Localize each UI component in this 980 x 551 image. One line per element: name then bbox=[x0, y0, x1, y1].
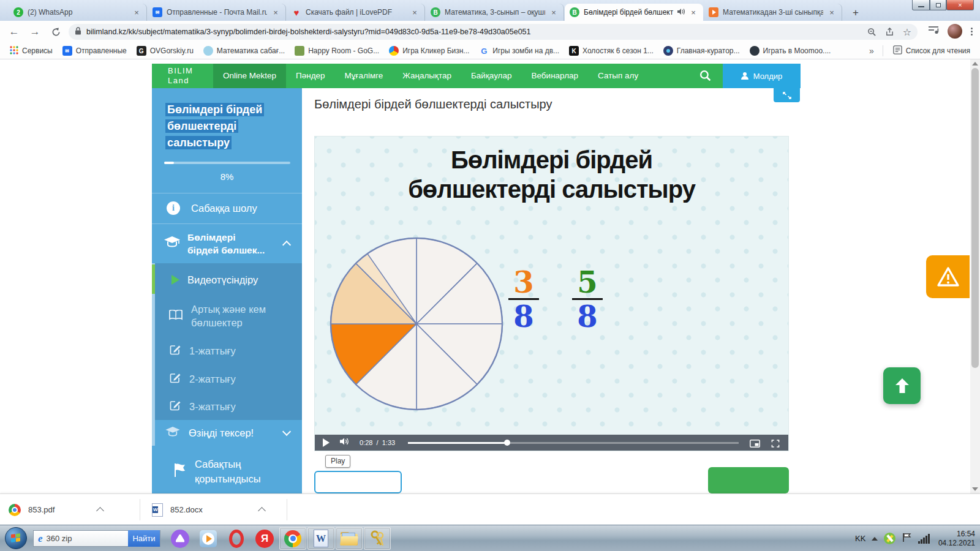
tab-whatsapp[interactable]: 2 (2) WhatsApp × bbox=[9, 4, 147, 21]
minimize-button[interactable] bbox=[912, 0, 930, 10]
scroll-to-top-button[interactable] bbox=[883, 367, 921, 404]
close-icon[interactable]: × bbox=[688, 7, 698, 17]
audio-speaker-icon[interactable] bbox=[677, 8, 685, 17]
download-item-docx[interactable]: W 852.docx bbox=[152, 500, 265, 519]
lock-icon[interactable] bbox=[75, 26, 81, 37]
start-button[interactable] bbox=[5, 527, 27, 549]
taskbar-yandex-icon[interactable]: Я bbox=[251, 527, 278, 550]
url-text[interactable]: bilimland.kz/kk/subject/matematika/3-syn… bbox=[86, 28, 859, 36]
close-icon[interactable]: × bbox=[132, 7, 141, 17]
seek-handle[interactable] bbox=[504, 440, 510, 446]
address-bar[interactable]: bilimland.kz/kk/subject/matematika/3-syn… bbox=[69, 24, 918, 40]
sidebar-item-video[interactable]: Видеотүсіндіру bbox=[152, 264, 302, 295]
taskbar-explorer-icon[interactable] bbox=[336, 527, 363, 550]
ovgorskiy-icon: G bbox=[137, 46, 146, 56]
tab-ilovepdf[interactable]: ♥ Скачать файл | iLovePDF × bbox=[287, 4, 425, 21]
scrollbar-thumb[interactable] bbox=[971, 68, 979, 368]
page-scrollbar[interactable] bbox=[970, 59, 980, 493]
search-icon[interactable] bbox=[699, 69, 712, 84]
forward-icon[interactable]: → bbox=[27, 24, 43, 40]
bookmark-sent-mail[interactable]: ✉ Отправленные bbox=[62, 46, 127, 56]
time: 16:54 bbox=[957, 530, 975, 538]
resize-widget-button[interactable] bbox=[774, 88, 800, 102]
fullscreen-icon[interactable] bbox=[771, 439, 780, 450]
bookmark-matematika[interactable]: Математика сабағ... bbox=[203, 46, 285, 56]
nav-mugalimge[interactable]: Мұғалімге bbox=[335, 64, 393, 88]
sidebar-item-more-less-fractions[interactable]: Артық және кем бөлшектер bbox=[152, 296, 302, 335]
chevron-up-icon[interactable] bbox=[258, 507, 266, 515]
bookmark-zombie[interactable]: G Игры зомби на дв... bbox=[479, 46, 559, 56]
sidebar-item-lesson-summary[interactable]: Сабақтың қорытындысы bbox=[152, 449, 302, 493]
video-player[interactable]: Бөлімдері бірдей бөлшектерді салыстыру 3 bbox=[314, 136, 789, 451]
language-indicator[interactable]: KK bbox=[855, 534, 865, 543]
reload-icon[interactable] bbox=[48, 24, 64, 40]
play-button[interactable] bbox=[323, 438, 330, 447]
bookmark-ovgorskiy[interactable]: G OVGorskiy.ru bbox=[137, 46, 194, 56]
close-window-button[interactable]: × bbox=[946, 0, 974, 10]
pip-icon[interactable] bbox=[750, 439, 760, 450]
find-button[interactable]: Найти bbox=[128, 530, 160, 547]
nav-satyp-alu[interactable]: Сатып алу bbox=[588, 64, 648, 88]
chevron-up-icon[interactable] bbox=[97, 507, 105, 515]
scroll-up-arrow[interactable] bbox=[972, 62, 978, 66]
taskbar-word-icon[interactable]: W bbox=[307, 527, 334, 550]
nav-baiqaular[interactable]: Байқаулар bbox=[461, 64, 522, 88]
tab-bilimland-1[interactable]: B Математика, 3-сынып – оқушы × bbox=[426, 4, 564, 21]
back-icon[interactable]: ← bbox=[6, 24, 22, 40]
taskbar-keys-icon[interactable] bbox=[364, 527, 391, 550]
360-security-icon[interactable] bbox=[884, 533, 895, 544]
bookmark-star-icon[interactable]: ☆ bbox=[903, 26, 911, 38]
network-signal-icon[interactable] bbox=[918, 534, 930, 544]
profile-avatar[interactable] bbox=[948, 24, 962, 39]
bookmarks-overflow[interactable]: » bbox=[869, 46, 874, 56]
bookmark-clicker[interactable]: Игра Кликер Бизн... bbox=[389, 46, 469, 56]
nav-online-mektep[interactable]: Online Mektep bbox=[213, 64, 286, 88]
close-icon[interactable]: × bbox=[410, 7, 420, 17]
taskbar-opera-icon[interactable] bbox=[223, 527, 250, 550]
next-button-partial[interactable] bbox=[708, 467, 789, 493]
bookmark-curator[interactable]: Главная-куратор... bbox=[663, 46, 740, 56]
sidebar-item-overview[interactable]: i Сабаққа шолу bbox=[152, 193, 302, 223]
taskbar-search[interactable]: e 360 zip Найти bbox=[33, 530, 160, 547]
close-icon[interactable]: × bbox=[827, 7, 837, 17]
restore-button[interactable] bbox=[930, 0, 946, 10]
action-center-flag-icon[interactable] bbox=[902, 532, 912, 545]
nav-pander[interactable]: Пәндер bbox=[286, 64, 335, 88]
taskbar-clock[interactable]: 16:54 04.12.2021 bbox=[938, 530, 975, 548]
bookmark-services[interactable]: Сервисы bbox=[10, 46, 53, 56]
pagination-box-partial[interactable] bbox=[314, 471, 402, 493]
bookmark-kholostyak[interactable]: K Холостяк 6 сезон 1... bbox=[569, 46, 654, 56]
search-input-value[interactable]: 360 zip bbox=[47, 534, 72, 543]
taskbar-alice-icon[interactable] bbox=[167, 527, 194, 550]
taskbar-chrome-icon[interactable] bbox=[279, 527, 306, 550]
seek-bar[interactable] bbox=[408, 442, 739, 444]
sidebar-item-exercise-1[interactable]: 1-жаттығу bbox=[152, 337, 302, 365]
scroll-down-arrow[interactable] bbox=[972, 487, 978, 491]
sidebar-item-exercise-3[interactable]: 3-жаттығу bbox=[152, 393, 302, 420]
media-controls-icon[interactable] bbox=[928, 25, 939, 37]
nav-vebinarlar[interactable]: Вебинарлар bbox=[522, 64, 589, 88]
browser-menu-icon[interactable] bbox=[971, 28, 973, 36]
sidebar-item-exercise-2[interactable]: 2-жаттығу bbox=[152, 365, 302, 393]
new-tab-button[interactable]: + bbox=[848, 6, 863, 20]
close-icon[interactable]: × bbox=[271, 7, 281, 17]
reading-list[interactable]: Список для чтения bbox=[893, 45, 970, 56]
tab-mailru[interactable]: ✉ Отправленные - Почта Mail.ru × bbox=[148, 4, 286, 21]
taskbar-media-player-icon[interactable] bbox=[195, 527, 222, 550]
sidebar-section-lesson[interactable]: Бөлімдері бірдей бөлшек... bbox=[152, 223, 302, 263]
zoom-icon[interactable] bbox=[867, 28, 876, 37]
bookmark-happy-room[interactable]: Happy Room - GoG... bbox=[295, 46, 379, 56]
bilimland-logo[interactable]: BILIM Land bbox=[168, 66, 193, 85]
close-icon[interactable]: × bbox=[549, 7, 559, 17]
sidebar-item-check-yourself[interactable]: Өзіңді тексер! bbox=[152, 420, 302, 446]
download-item-pdf[interactable]: 853.pdf bbox=[9, 500, 103, 519]
warning-button[interactable] bbox=[926, 255, 970, 298]
share-icon[interactable] bbox=[885, 28, 894, 37]
volume-icon[interactable] bbox=[340, 437, 350, 448]
tray-expand-icon[interactable] bbox=[872, 537, 878, 541]
nav-zhanalyqtar[interactable]: Жаңалықтар bbox=[393, 64, 461, 88]
tab-bilimland-active[interactable]: B Бөлімдері бірдей бөлшект × bbox=[565, 4, 703, 21]
user-account[interactable]: Молдир bbox=[723, 64, 801, 88]
bookmark-moomoo[interactable]: Играть в Moomoo.... bbox=[750, 46, 831, 56]
tab-matematikadan[interactable]: Математикадан 3-ші сыныпқа × bbox=[704, 4, 842, 21]
